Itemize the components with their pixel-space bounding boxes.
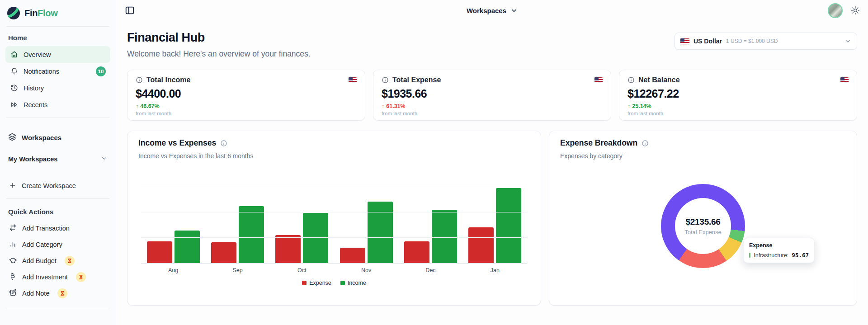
stat-title: Net Balance: [638, 76, 680, 84]
chart-tooltip: Expense Infrastructure: 95.67: [743, 238, 815, 263]
currency-rate: 1 USD = $1.000 USD: [726, 38, 778, 44]
sidebar-section-home: Home: [8, 34, 108, 42]
donut-center: $2135.66 Total Expense: [675, 198, 731, 254]
stat-card-net-balance[interactable]: Net Balance $12267.22 ↑25.14% from last …: [619, 70, 857, 121]
bar-expense-aug[interactable]: [147, 241, 172, 263]
quick-action-add-note[interactable]: Add Note: [5, 285, 110, 301]
sun-theme-icon[interactable]: [851, 6, 860, 15]
stat-delta: ↑61.31%: [382, 103, 603, 109]
quick-action-add-investment[interactable]: Add Investment: [5, 269, 110, 285]
history-icon: [10, 84, 18, 92]
quick-action-add-transaction[interactable]: Add Transaction: [5, 220, 110, 236]
info-icon: [382, 76, 389, 84]
pending-hourglass-icon: [65, 256, 75, 266]
pending-hourglass-icon: [57, 288, 67, 298]
sidebar-item-workspaces[interactable]: Workspaces: [5, 129, 110, 146]
x-axis-labels: AugSepOctNovDecJan: [141, 267, 527, 273]
stat-value: $1935.66: [382, 87, 603, 100]
currency-select[interactable]: US Dollar 1 USD = $1.000 USD: [675, 33, 857, 50]
stat-card-total-income[interactable]: Total Income $4400.00 ↑46.67% from last …: [127, 70, 365, 121]
sidebar-item-overview[interactable]: Overview: [5, 46, 110, 63]
page-content: Financial Hub Welcome back! Here's an ov…: [116, 21, 868, 306]
quick-action-label: Add Category: [22, 241, 62, 248]
swap-arrows-icon: [9, 224, 17, 233]
x-axis-label: Dec: [398, 267, 462, 273]
sidebar-item-history[interactable]: History: [5, 80, 110, 96]
arrow-up-icon: ↑: [136, 103, 138, 109]
stat-card-total-expense[interactable]: Total Expense $1935.66 ↑61.31% from last…: [373, 70, 611, 121]
create-workspace-button[interactable]: Create Workspace: [5, 178, 110, 194]
brand-logo[interactable]: FinFlow: [5, 0, 110, 26]
x-axis-label: Oct: [270, 267, 334, 273]
bitcoin-icon: [9, 273, 17, 282]
divider: [6, 118, 109, 118]
bar-expense-dec[interactable]: [404, 241, 429, 263]
finflow-logo-icon: [7, 7, 20, 19]
user-avatar[interactable]: [828, 3, 843, 18]
chart-subtitle: Expenses by category: [560, 152, 846, 160]
page-subtitle: Welcome back! Here's an overview of your…: [127, 49, 311, 59]
legend-item-income[interactable]: Income: [340, 280, 366, 286]
bar-income-dec[interactable]: [432, 210, 457, 263]
stat-value: $4400.00: [136, 87, 357, 100]
bar-expense-sep[interactable]: [211, 242, 236, 263]
info-icon: [136, 76, 143, 84]
my-workspaces-header[interactable]: My Workspaces: [5, 151, 110, 167]
stat-note: from last month: [136, 111, 357, 116]
stat-title: Total Expense: [392, 76, 441, 84]
bar-income-nov[interactable]: [368, 202, 393, 263]
fast-forward-icon: [10, 101, 18, 109]
x-axis-label: Aug: [141, 267, 205, 273]
us-flag-icon: [840, 77, 849, 83]
bar-expense-jan[interactable]: [468, 227, 494, 263]
chart-legend: ExpenseIncome: [138, 280, 530, 286]
quick-action-label: Add Budget: [22, 257, 57, 264]
plus-icon: [9, 182, 16, 190]
stat-title: Total Income: [146, 76, 191, 84]
sidebar-item-notifications[interactable]: Notifications 10: [5, 63, 110, 80]
workspaces-dropdown[interactable]: Workspaces: [467, 7, 518, 14]
divider: [6, 309, 109, 309]
stat-note: from last month: [382, 111, 603, 116]
sidebar-toggle-button[interactable]: [124, 5, 135, 16]
sidebar-item-label: Overview: [24, 51, 51, 58]
divider: [6, 198, 109, 199]
sidebar-item-recents[interactable]: Recents: [5, 96, 110, 113]
bar-income-aug[interactable]: [175, 231, 200, 263]
currency-name: US Dollar: [693, 38, 722, 45]
main-area: Workspaces Financial Hub Welcome back! H…: [116, 0, 868, 325]
my-workspaces-label: My Workspaces: [8, 155, 57, 163]
sidebar-item-label: Recents: [24, 101, 47, 108]
stat-delta: ↑25.14%: [627, 103, 849, 109]
quick-action-add-budget[interactable]: Add Budget: [5, 253, 110, 269]
donut-total-value: $2135.66: [686, 217, 721, 227]
info-icon[interactable]: [220, 140, 227, 147]
home-icon: [10, 51, 18, 59]
x-axis-label: Jan: [463, 267, 527, 273]
stats-row: Total Income $4400.00 ↑46.67% from last …: [127, 70, 857, 121]
donut-total-label: Total Expense: [684, 229, 722, 236]
stat-value: $12267.22: [627, 87, 849, 100]
legend-swatch: [302, 281, 307, 285]
bar-income-oct[interactable]: [303, 213, 328, 263]
chevron-down-icon: [101, 155, 108, 163]
donut-chart: $2135.66 Total Expense Expense Infrastru…: [661, 184, 745, 268]
bar-chart-plot: [141, 173, 527, 264]
quick-action-add-category[interactable]: Add Category: [5, 236, 110, 253]
tooltip-label: Infrastructure:: [754, 252, 788, 259]
chevron-down-icon: [510, 7, 518, 14]
expense-breakdown-card: Expense Breakdown Expenses by category $…: [549, 131, 857, 306]
bar-income-jan[interactable]: [496, 188, 521, 263]
chart-title: Income vs Expenses: [138, 138, 216, 148]
bar-chart-icon: [9, 240, 17, 249]
chevron-down-icon: [844, 38, 851, 45]
bar-income-sep[interactable]: [239, 206, 264, 263]
bar-expense-oct[interactable]: [275, 235, 301, 263]
bar-expense-nov[interactable]: [340, 248, 365, 263]
info-icon[interactable]: [642, 140, 649, 147]
page-title: Financial Hub: [127, 31, 311, 45]
sidebar-item-label: Notifications: [24, 68, 59, 75]
create-workspace-label: Create Workspace: [22, 182, 76, 189]
tooltip-swatch: [749, 253, 750, 258]
legend-item-expense[interactable]: Expense: [302, 280, 331, 286]
